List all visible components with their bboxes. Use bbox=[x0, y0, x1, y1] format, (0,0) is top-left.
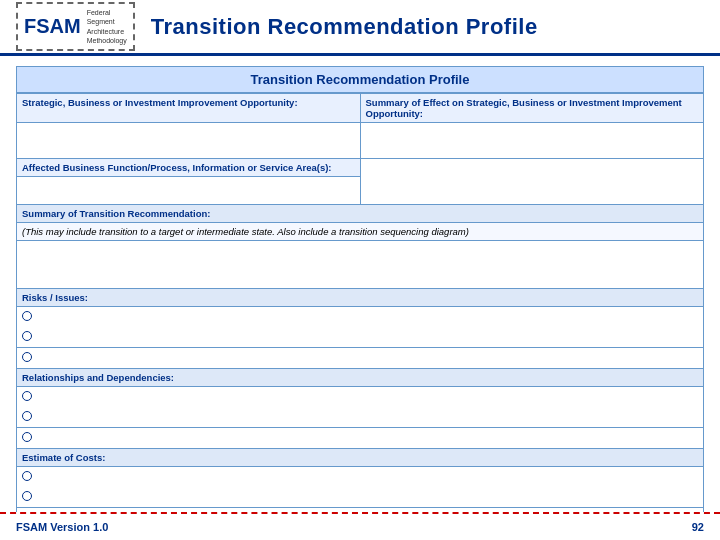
table-row bbox=[17, 467, 704, 488]
table-row bbox=[17, 123, 704, 159]
rel-bullet-2 bbox=[17, 407, 704, 428]
table-row bbox=[17, 348, 704, 369]
transition-summary-content bbox=[17, 241, 704, 289]
page-footer: FSAM Version 1.0 92 bbox=[0, 512, 720, 540]
table-row: Strategic, Business or Investment Improv… bbox=[17, 94, 704, 123]
profile-table: Strategic, Business or Investment Improv… bbox=[16, 93, 704, 540]
risk-bullet-1 bbox=[17, 307, 704, 328]
bullet-icon bbox=[22, 391, 32, 401]
table-row: Estimate of Costs: bbox=[17, 449, 704, 467]
table-row: Affected Business Function/Process, Info… bbox=[17, 159, 704, 177]
footer-version: FSAM Version 1.0 bbox=[16, 521, 108, 533]
rel-bullet-1 bbox=[17, 387, 704, 408]
risks-header: Risks / Issues: bbox=[17, 289, 704, 307]
bullet-icon bbox=[22, 311, 32, 321]
affected-business-header: Affected Business Function/Process, Info… bbox=[17, 159, 361, 177]
cost-bullet-1 bbox=[17, 467, 704, 488]
strategic-content bbox=[17, 123, 361, 159]
table-row: (This may include transition to a target… bbox=[17, 223, 704, 241]
bullet-icon bbox=[22, 352, 32, 362]
page-header: FSAM Federal Segment Architecture Method… bbox=[0, 0, 720, 56]
risk-bullet-2 bbox=[17, 327, 704, 348]
strategic-header: Strategic, Business or Investment Improv… bbox=[17, 94, 361, 123]
bullet-icon bbox=[22, 411, 32, 421]
table-row: Risks / Issues: bbox=[17, 289, 704, 307]
table-row bbox=[17, 428, 704, 449]
table-row bbox=[17, 241, 704, 289]
affected-business-content bbox=[17, 177, 361, 205]
main-content: Transition Recommendation Profile Strate… bbox=[0, 56, 720, 540]
costs-header: Estimate of Costs: bbox=[17, 449, 704, 467]
bullet-icon bbox=[22, 491, 32, 501]
table-row: Summary of Transition Recommendation: bbox=[17, 205, 704, 223]
table-row bbox=[17, 487, 704, 508]
card-title: Transition Recommendation Profile bbox=[16, 66, 704, 93]
transition-summary-header: Summary of Transition Recommendation: bbox=[17, 205, 704, 223]
relationships-header: Relationships and Dependencies: bbox=[17, 369, 704, 387]
summary-effect-header: Summary of Effect on Strategic, Business… bbox=[360, 94, 704, 123]
logo-box: FSAM Federal Segment Architecture Method… bbox=[16, 2, 135, 50]
risk-bullet-3 bbox=[17, 348, 704, 369]
transition-summary-italic: (This may include transition to a target… bbox=[17, 223, 704, 241]
table-row bbox=[17, 327, 704, 348]
bullet-icon bbox=[22, 471, 32, 481]
table-row bbox=[17, 407, 704, 428]
page-title: Transition Recommendation Profile bbox=[151, 14, 538, 40]
table-row bbox=[17, 387, 704, 408]
summary-effect-content bbox=[360, 123, 704, 159]
logo-fsam-text: FSAM bbox=[24, 15, 81, 38]
affected-business-content-right bbox=[360, 159, 704, 205]
bullet-icon bbox=[22, 331, 32, 341]
table-row: Relationships and Dependencies: bbox=[17, 369, 704, 387]
footer-page-number: 92 bbox=[692, 521, 704, 533]
table-row bbox=[17, 307, 704, 328]
cost-bullet-2 bbox=[17, 487, 704, 508]
rel-bullet-3 bbox=[17, 428, 704, 449]
logo-description: Federal Segment Architecture Methodology bbox=[87, 8, 127, 44]
bullet-icon bbox=[22, 432, 32, 442]
